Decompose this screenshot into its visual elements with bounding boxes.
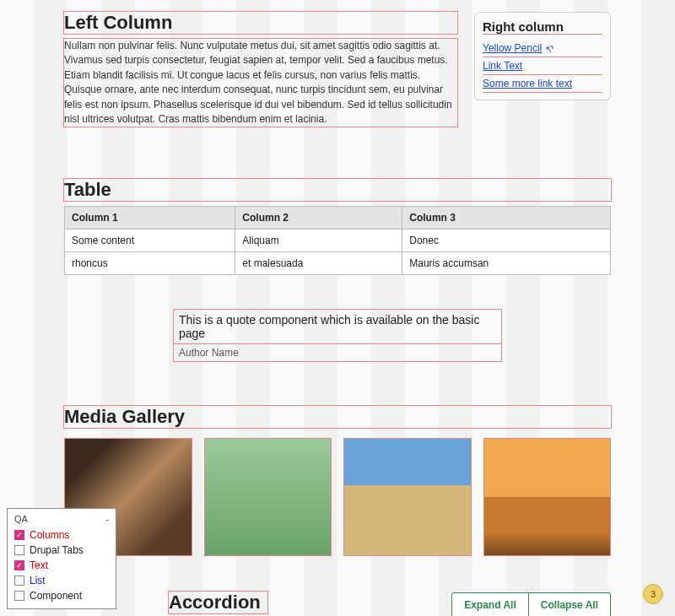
qa-item[interactable]: ✓Text xyxy=(14,558,109,573)
qa-item[interactable]: Component xyxy=(14,588,109,603)
table-row: rhoncus et malesuada Mauris accumsan xyxy=(65,252,611,275)
qa-panel-title: QA xyxy=(14,514,28,524)
qa-item-label: List xyxy=(30,575,46,586)
qa-panel-collapse-icon[interactable]: - xyxy=(105,514,109,524)
qa-item[interactable]: ✓Columns xyxy=(14,527,109,543)
left-column: Left Column Nullam non pulvinar felis. N… xyxy=(64,12,457,127)
table-row: Some content Aliquam Donec xyxy=(65,230,611,252)
media-gallery-section: Media Gallery xyxy=(64,406,611,556)
checkbox-icon: ✓ xyxy=(14,560,24,570)
qa-item-label: Drupal Tabs xyxy=(30,544,84,556)
quote-author: Author Name xyxy=(173,344,502,362)
gallery-image[interactable] xyxy=(343,438,472,556)
accordion-section: Accordion Expand All Collapse All Mauris… xyxy=(64,592,611,616)
data-table: Column 1 Column 2 Column 3 Some content … xyxy=(64,206,611,275)
checkbox-icon xyxy=(14,575,24,586)
table-header: Column 1 xyxy=(65,207,235,230)
checkbox-icon xyxy=(14,591,24,601)
collapse-all-button[interactable]: Collapse All xyxy=(529,592,611,616)
gallery-image[interactable] xyxy=(483,438,612,556)
qa-item[interactable]: List xyxy=(14,573,109,588)
expand-all-button[interactable]: Expand All xyxy=(451,592,529,616)
gallery-image[interactable] xyxy=(204,438,332,556)
qa-item-label: Text xyxy=(30,559,48,571)
qa-item-label: Component xyxy=(30,590,82,602)
notification-badge[interactable]: 3 xyxy=(643,584,663,604)
right-link-3[interactable]: Some more link text xyxy=(483,75,602,93)
accordion-heading: Accordion xyxy=(169,592,267,613)
right-column-heading: Right column xyxy=(483,19,602,35)
media-gallery-heading: Media Gallery xyxy=(64,406,611,428)
quote-component: This is a quote component which is avail… xyxy=(173,309,502,362)
table-section: Table Column 1 Column 2 Column 3 Some co… xyxy=(64,179,611,275)
checkbox-icon xyxy=(14,545,24,555)
left-column-heading: Left Column xyxy=(64,12,457,34)
qa-item-label: Columns xyxy=(30,529,69,541)
qa-panel[interactable]: QA- ✓ColumnsDrupal Tabs✓TextListComponen… xyxy=(7,508,116,609)
table-header: Column 3 xyxy=(402,207,611,230)
quote-text: This is a quote component which is avail… xyxy=(173,309,502,344)
external-link-icon xyxy=(545,45,554,53)
table-heading: Table xyxy=(64,179,611,201)
table-header: Column 2 xyxy=(235,207,402,230)
right-link-2[interactable]: Link Text xyxy=(483,57,602,75)
left-column-body: Nullam non pulvinar felis. Nunc vulputat… xyxy=(64,39,457,127)
right-column: Right column Yellow Pencil Link Text Som… xyxy=(474,12,611,100)
qa-item[interactable]: Drupal Tabs xyxy=(14,543,109,558)
checkbox-icon: ✓ xyxy=(14,530,24,540)
right-link-yellow-pencil[interactable]: Yellow Pencil xyxy=(483,40,602,57)
